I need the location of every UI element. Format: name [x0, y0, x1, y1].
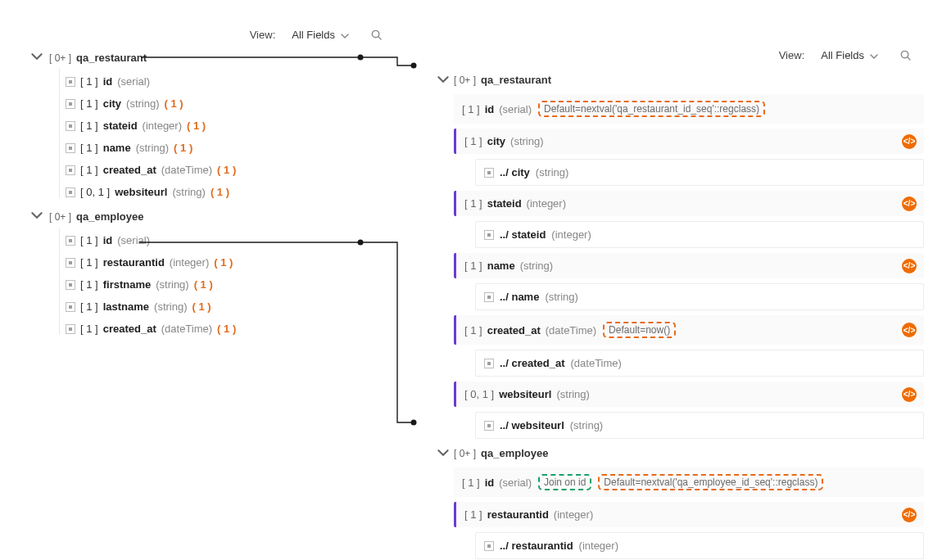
card: [ 1 ] — [462, 476, 480, 489]
field-name: id — [485, 103, 495, 115]
tree-row[interactable]: [ 1 ]created_at(dateTime)( 1 ) — [49, 159, 395, 181]
code-icon[interactable]: </> — [902, 508, 917, 522]
code-icon[interactable]: </> — [902, 387, 917, 402]
chevron-down-icon — [437, 74, 449, 85]
field-icon — [484, 421, 494, 431]
card: [ 1 ] — [80, 256, 98, 269]
child-path: ../ created_at — [500, 357, 565, 369]
code-icon[interactable]: </> — [902, 196, 917, 211]
card: [ 1 ] — [462, 103, 480, 115]
field-icon — [66, 143, 75, 153]
code-icon[interactable]: </> — [902, 259, 917, 273]
mapping-child[interactable]: ../ created_at(dateTime) — [475, 350, 924, 377]
field-type: (string) — [156, 278, 188, 291]
field-icon — [66, 258, 75, 268]
tree-group-header[interactable]: [ 0+ ] qa_employee — [49, 208, 395, 229]
chevron-down-icon — [870, 51, 878, 59]
field-type: (dateTime) — [546, 324, 596, 336]
field-type: (serial) — [499, 103, 532, 115]
tree-row[interactable]: [ 1 ]restaurantid(integer)( 1 ) — [49, 251, 395, 273]
tree-row[interactable]: [ 1 ]id(serial) — [49, 229, 395, 251]
field-name: id — [103, 234, 113, 246]
card: [ 0, 1 ] — [80, 186, 110, 198]
tree-row[interactable]: [ 1 ]name(string)( 1 ) — [49, 137, 395, 159]
tree-group-header[interactable]: [ 0+ ] qa_restaurant — [49, 49, 395, 70]
field-name: created_at — [103, 323, 156, 335]
field-icon — [66, 165, 75, 175]
card: [ 1 ] — [464, 508, 482, 521]
tree-row[interactable]: [ 1 ]stateid(integer)( 1 ) — [49, 115, 395, 137]
default-annotation: Default=now() — [603, 322, 676, 338]
field-name: name — [487, 260, 515, 272]
field-name: firstname — [103, 278, 152, 291]
search-button[interactable] — [894, 44, 916, 65]
child-path: ../ name — [500, 291, 539, 303]
chevron-down-icon — [31, 51, 43, 62]
tree-row[interactable]: [ 1 ]firstname(string)( 1 ) — [49, 273, 395, 296]
tree-row[interactable]: [ 1 ]lastname(string)( 1 ) — [49, 296, 395, 318]
mapping-child[interactable]: ../ websiteurl(string) — [475, 412, 924, 439]
mapping-group: [ 0+ ] qa_employee [ 1 ] id (serial) Joi… — [418, 447, 924, 559]
tree-group: [ 0+ ] qa_employee [ 1 ]id(serial) [ 1 ]… — [18, 208, 395, 340]
field-icon — [484, 541, 494, 551]
field-name: id — [485, 476, 495, 489]
field-block: [ 1 ] name (string) </> ../ name(string) — [454, 253, 924, 310]
card: [ 0, 1 ] — [464, 388, 494, 400]
field-block: [ 1 ] created_at (dateTime) Default=now(… — [454, 315, 924, 377]
field-type: (string) — [136, 142, 169, 154]
tree-row[interactable]: [ 1 ]id(serial) — [49, 70, 395, 93]
field-header[interactable]: [ 1 ] stateid (integer) </> — [454, 191, 924, 216]
field-header[interactable]: [ 1 ] city (string) </> — [454, 129, 924, 154]
code-icon[interactable]: </> — [902, 323, 917, 337]
card: [ 1 ] — [464, 260, 482, 272]
card-chip: [ 0+ ] — [454, 448, 476, 459]
mapping-group-header[interactable]: [ 0+ ] qa_restaurant — [454, 74, 924, 89]
field-name: created_at — [487, 324, 541, 336]
count: ( 1 ) — [165, 97, 183, 110]
field-icon — [66, 324, 75, 334]
tree-row[interactable]: [ 1 ]city(string)( 1 ) — [49, 93, 395, 115]
mapping-child[interactable]: ../ restaurantid(integer) — [475, 532, 924, 559]
field-type: (integer) — [554, 508, 593, 521]
field-header[interactable]: [ 1 ] name (string) </> — [454, 253, 924, 278]
field-block: [ 1 ] stateid (integer) </> ../ stateid(… — [454, 191, 924, 248]
field-header[interactable]: [ 1 ] created_at (dateTime) Default=now(… — [454, 315, 924, 345]
vline — [59, 69, 60, 198]
field-block: [ 0, 1 ] websiteurl (string) </> ../ web… — [454, 382, 924, 439]
field-type: (serial) — [117, 234, 150, 246]
search-button[interactable] — [365, 24, 387, 45]
view-label: View: — [250, 29, 276, 41]
mapping-child[interactable]: ../ name(string) — [475, 283, 924, 310]
field-icon — [484, 230, 494, 240]
view-select[interactable]: All Fields — [814, 46, 885, 65]
field-block: [ 1 ] restaurantid (integer) </> ../ res… — [454, 502, 924, 559]
tree-row[interactable]: [ 0, 1 ]websiteurl(string)( 1 ) — [49, 181, 395, 203]
mapping-group-header[interactable]: [ 0+ ] qa_employee — [454, 447, 924, 463]
field-header[interactable]: [ 1 ] id (serial) Join on id Default=nex… — [454, 467, 924, 497]
default-annotation: Default=nextval('qa_employee_id_seq'::re… — [598, 474, 823, 490]
child-type: (integer) — [579, 540, 618, 552]
card: [ 1 ] — [80, 142, 98, 154]
field-name: city — [487, 135, 505, 147]
field-header[interactable]: [ 1 ] id (serial) Default=nextval('qa_re… — [454, 94, 924, 124]
tree-row[interactable]: [ 1 ]created_at(dateTime)( 1 ) — [49, 318, 395, 340]
field-header[interactable]: [ 0, 1 ] websiteurl (string) </> — [454, 382, 924, 407]
view-value: All Fields — [821, 49, 864, 61]
chevron-down-icon — [31, 210, 43, 221]
right-toolbar: View: All Fields — [418, 41, 924, 69]
code-icon[interactable]: </> — [902, 134, 917, 149]
field-header[interactable]: [ 1 ] restaurantid (integer) </> — [454, 502, 924, 527]
group-name: qa_restaurant — [76, 52, 147, 64]
svg-line-3 — [907, 56, 909, 59]
field-name: websiteurl — [499, 388, 551, 400]
group-name: qa_employee — [76, 210, 143, 223]
chevron-down-icon — [341, 30, 349, 38]
mapping-child[interactable]: ../ stateid(integer) — [475, 221, 924, 248]
card: [ 1 ] — [80, 164, 98, 176]
view-select[interactable]: All Fields — [285, 25, 356, 44]
field-name: name — [103, 142, 131, 154]
child-type: (dateTime) — [571, 357, 622, 369]
count: ( 1 ) — [192, 300, 211, 313]
mapping-child[interactable]: ../ city(string) — [475, 159, 924, 186]
card: [ 1 ] — [80, 120, 98, 132]
